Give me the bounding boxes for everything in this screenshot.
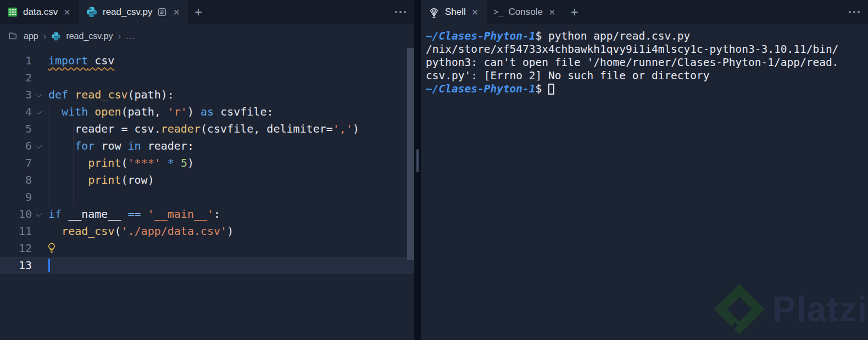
line-number: 4 [0, 103, 32, 120]
code-line-10[interactable]: 10if __name__ == '__main__': [0, 206, 414, 223]
line-number: 7 [0, 155, 32, 172]
editor-panel: data.csv × read_csv.py × + [0, 0, 414, 340]
tab-read-csv-py[interactable]: read_csv.py × [79, 0, 188, 24]
code-line-1[interactable]: 1import csv [0, 52, 414, 69]
tab-label: data.csv [23, 7, 58, 18]
fold-column [32, 120, 48, 138]
terminal-panel: Shell × >_ Console × + ~/Clases-Phyton-1… [421, 0, 868, 340]
line-number: 9 [0, 189, 32, 206]
more-options-icon[interactable] [387, 0, 414, 24]
outline-icon[interactable] [157, 7, 167, 17]
terminal-cursor [548, 84, 554, 95]
code-text: def read_csv(path): [48, 86, 174, 103]
breadcrumb-separator: › [43, 31, 47, 42]
line-number: 5 [0, 120, 32, 138]
line-number: 13 [0, 257, 32, 274]
terminal-line: /nix/store/xf54733x4chbawkh1qvy9i1i4mlsc… [426, 43, 868, 56]
line-number: 11 [0, 223, 32, 240]
fold-chevron-icon[interactable] [36, 142, 42, 148]
fold-column [32, 103, 48, 120]
code-text: for row in reader: [48, 138, 194, 155]
fold-chevron-icon[interactable] [36, 91, 42, 97]
code-text: reader = csv.reader(csvfile, delimiter='… [48, 120, 359, 138]
new-tab-button[interactable]: + [564, 0, 585, 24]
breadcrumb-item-symbol[interactable]: ... [126, 31, 135, 41]
code-text: print('***' * 5) [48, 155, 194, 172]
fold-column [32, 172, 48, 189]
line-number: 1 [0, 52, 32, 69]
fold-chevron-icon[interactable] [36, 108, 42, 114]
breadcrumb-separator: › [118, 31, 121, 42]
panel-divider [414, 0, 421, 340]
fold-column [32, 52, 48, 69]
indent-guide [49, 105, 50, 206]
panel-resize-handle[interactable] [416, 149, 419, 172]
code-line-5[interactable]: 5 reader = csv.reader(csvfile, delimiter… [0, 120, 414, 138]
breadcrumb: app › read_csv.py › ... [0, 24, 414, 48]
tab-label: read_csv.py [103, 7, 152, 18]
fold-column [32, 206, 48, 223]
close-tab-icon[interactable]: × [548, 7, 557, 18]
fold-chevron-icon[interactable] [36, 210, 42, 216]
fold-column [32, 86, 48, 103]
console-icon: >_ [494, 7, 504, 17]
indent-guide [73, 122, 74, 206]
shell-icon [428, 6, 440, 18]
fold-column [32, 69, 48, 86]
line-number: 6 [0, 138, 32, 155]
code-text [48, 240, 57, 257]
close-tab-icon[interactable]: × [63, 7, 71, 18]
code-line-2[interactable]: 2 [0, 69, 414, 86]
code-text: read_csv('./app/data.csv') [48, 223, 233, 240]
terminal-line: python3: can't open file '/home/runner/C… [426, 56, 868, 69]
lightbulb-icon[interactable] [47, 242, 57, 255]
new-tab-button[interactable]: + [188, 0, 209, 24]
editor-tab-bar: data.csv × read_csv.py × + [0, 0, 414, 24]
tab-bar-spacer [209, 0, 387, 24]
code-text: print(row) [48, 172, 154, 189]
breadcrumb-item-app[interactable]: app [24, 31, 38, 41]
close-tab-icon[interactable]: × [172, 7, 181, 18]
terminal-line: csv.py': [Errno 2] No such file or direc… [426, 69, 868, 83]
shell-terminal[interactable]: ~/Clases-Phyton-1$ python app/read.csv.p… [421, 24, 868, 340]
code-editor[interactable]: 1import csv23def read_csv(path):4 with o… [0, 48, 414, 340]
code-line-7[interactable]: 7 print('***' * 5) [0, 155, 414, 172]
close-tab-icon[interactable]: × [471, 7, 480, 18]
line-number: 3 [0, 86, 32, 103]
code-text: with open(path, 'r') as csvfile: [48, 103, 273, 120]
tab-data-csv[interactable]: data.csv × [0, 0, 79, 24]
tab-label: Shell [445, 7, 466, 18]
code-line-9[interactable]: 9 [0, 189, 414, 206]
line-number: 2 [0, 69, 32, 86]
editor-scrollbar-thumb[interactable] [407, 48, 414, 260]
code-line-8[interactable]: 8 print(row) [0, 172, 414, 189]
code-line-4[interactable]: 4 with open(path, 'r') as csvfile: [0, 103, 414, 120]
tab-label: Console [509, 7, 543, 18]
fold-column [32, 155, 48, 172]
folder-icon [8, 31, 19, 41]
terminal-line: ~/Clases-Phyton-1$ [426, 83, 868, 96]
terminal-prompt: ~/Clases-Phyton-1 [426, 30, 536, 42]
code-line-3[interactable]: 3def read_csv(path): [0, 86, 414, 103]
breadcrumb-item-file[interactable]: read_csv.py [66, 31, 113, 41]
terminal-prompt: ~/Clases-Phyton-1 [426, 83, 536, 95]
code-line-11[interactable]: 11 read_csv('./app/data.csv') [0, 223, 414, 240]
more-options-icon[interactable] [841, 0, 868, 24]
code-line-13[interactable]: 13 [0, 257, 414, 274]
fold-column [32, 138, 48, 155]
tab-bar-spacer [585, 0, 841, 24]
code-line-12[interactable]: 12 [0, 240, 414, 257]
python-file-icon [86, 6, 98, 18]
tab-console[interactable]: >_ Console × [487, 0, 564, 24]
code-line-6[interactable]: 6 for row in reader: [0, 138, 414, 155]
terminal-tab-bar: Shell × >_ Console × + [421, 0, 868, 24]
tab-shell[interactable]: Shell × [421, 0, 487, 24]
terminal-line: ~/Clases-Phyton-1$ python app/read.csv.p… [426, 30, 868, 43]
ide-window: data.csv × read_csv.py × + [0, 0, 868, 340]
csv-file-icon [7, 7, 18, 18]
line-number: 10 [0, 206, 32, 223]
text-cursor [48, 259, 50, 272]
fold-column [32, 240, 48, 257]
fold-column [32, 257, 48, 274]
line-number: 8 [0, 172, 32, 189]
